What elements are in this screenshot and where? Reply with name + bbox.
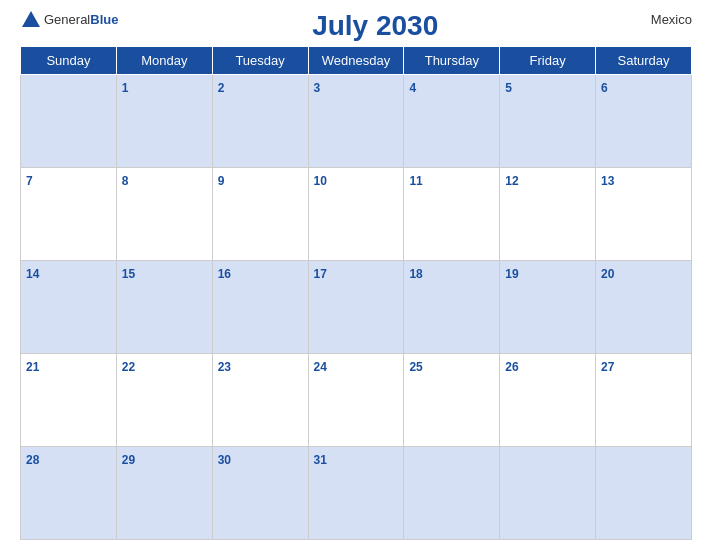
col-sunday: Sunday: [21, 47, 117, 75]
day-number: 25: [409, 360, 422, 374]
day-number: 4: [409, 81, 416, 95]
calendar-day-cell: 6: [596, 75, 692, 168]
col-tuesday: Tuesday: [212, 47, 308, 75]
day-number: 24: [314, 360, 327, 374]
day-number: 6: [601, 81, 608, 95]
day-number: 5: [505, 81, 512, 95]
day-number: 1: [122, 81, 129, 95]
day-number: 30: [218, 453, 231, 467]
logo-blue-text: Blue: [90, 12, 118, 27]
day-number: 18: [409, 267, 422, 281]
day-number: 29: [122, 453, 135, 467]
calendar-day-cell: 5: [500, 75, 596, 168]
calendar-day-cell: 7: [21, 168, 117, 261]
day-number: 27: [601, 360, 614, 374]
calendar-day-cell: 18: [404, 261, 500, 354]
calendar-day-cell: 1: [116, 75, 212, 168]
calendar-week-row: 14151617181920: [21, 261, 692, 354]
col-wednesday: Wednesday: [308, 47, 404, 75]
calendar-day-cell: [21, 75, 117, 168]
day-number: 2: [218, 81, 225, 95]
calendar-day-cell: 28: [21, 447, 117, 540]
calendar-week-row: 28293031: [21, 447, 692, 540]
day-number: 23: [218, 360, 231, 374]
calendar-day-cell: 9: [212, 168, 308, 261]
calendar-day-cell: 2: [212, 75, 308, 168]
weekday-header-row: Sunday Monday Tuesday Wednesday Thursday…: [21, 47, 692, 75]
day-number: 20: [601, 267, 614, 281]
day-number: 28: [26, 453, 39, 467]
calendar-day-cell: 11: [404, 168, 500, 261]
calendar-day-cell: [500, 447, 596, 540]
calendar-day-cell: 30: [212, 447, 308, 540]
calendar-day-cell: 22: [116, 354, 212, 447]
country-label: Mexico: [632, 10, 692, 27]
calendar-body: 1234567891011121314151617181920212223242…: [21, 75, 692, 540]
logo-triangle-icon: [22, 11, 40, 27]
calendar-day-cell: 14: [21, 261, 117, 354]
day-number: 9: [218, 174, 225, 188]
calendar-day-cell: 3: [308, 75, 404, 168]
day-number: 21: [26, 360, 39, 374]
day-number: 3: [314, 81, 321, 95]
calendar-day-cell: 15: [116, 261, 212, 354]
calendar-day-cell: [596, 447, 692, 540]
day-number: 26: [505, 360, 518, 374]
calendar-day-cell: 31: [308, 447, 404, 540]
day-number: 14: [26, 267, 39, 281]
calendar-day-cell: 20: [596, 261, 692, 354]
day-number: 12: [505, 174, 518, 188]
calendar-day-cell: 21: [21, 354, 117, 447]
calendar-day-cell: 10: [308, 168, 404, 261]
day-number: 8: [122, 174, 129, 188]
calendar-week-row: 123456: [21, 75, 692, 168]
calendar-day-cell: 26: [500, 354, 596, 447]
col-monday: Monday: [116, 47, 212, 75]
day-number: 11: [409, 174, 422, 188]
day-number: 13: [601, 174, 614, 188]
calendar-day-cell: 17: [308, 261, 404, 354]
col-thursday: Thursday: [404, 47, 500, 75]
day-number: 22: [122, 360, 135, 374]
calendar-week-row: 21222324252627: [21, 354, 692, 447]
calendar-title: July 2030: [118, 10, 632, 42]
calendar-day-cell: 19: [500, 261, 596, 354]
logo-box: GeneralBlue: [20, 10, 118, 28]
day-number: 15: [122, 267, 135, 281]
day-number: 7: [26, 174, 33, 188]
calendar-day-cell: 24: [308, 354, 404, 447]
calendar-week-row: 78910111213: [21, 168, 692, 261]
header: GeneralBlue July 2030 Mexico: [20, 10, 692, 42]
calendar-day-cell: 29: [116, 447, 212, 540]
calendar-day-cell: 13: [596, 168, 692, 261]
calendar-day-cell: 4: [404, 75, 500, 168]
calendar-table: Sunday Monday Tuesday Wednesday Thursday…: [20, 46, 692, 540]
col-saturday: Saturday: [596, 47, 692, 75]
calendar-day-cell: 12: [500, 168, 596, 261]
day-number: 10: [314, 174, 327, 188]
day-number: 16: [218, 267, 231, 281]
col-friday: Friday: [500, 47, 596, 75]
calendar-day-cell: 16: [212, 261, 308, 354]
logo-area: GeneralBlue: [20, 10, 118, 28]
day-number: 19: [505, 267, 518, 281]
calendar-day-cell: 25: [404, 354, 500, 447]
day-number: 31: [314, 453, 327, 467]
day-number: 17: [314, 267, 327, 281]
logo-general-text: General: [44, 12, 90, 27]
calendar-day-cell: 27: [596, 354, 692, 447]
calendar-day-cell: 23: [212, 354, 308, 447]
calendar-day-cell: 8: [116, 168, 212, 261]
calendar-day-cell: [404, 447, 500, 540]
